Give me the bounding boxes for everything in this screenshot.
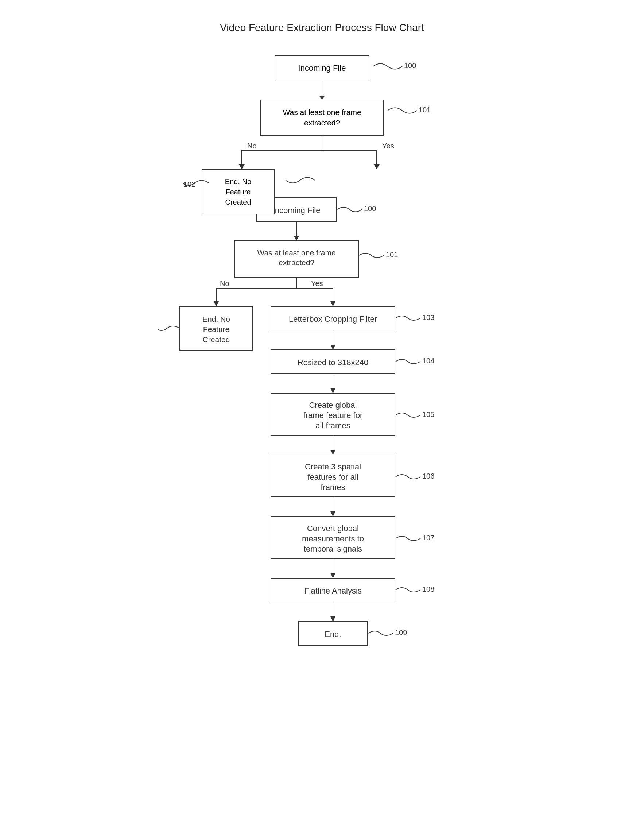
svg-text:107: 107 — [422, 534, 434, 542]
svg-marker-65 — [330, 573, 336, 578]
svg-marker-28 — [330, 301, 336, 306]
svg-text:Letterbox Cropping Filter: Letterbox Cropping Filter — [289, 314, 377, 323]
svg-marker-24 — [214, 301, 219, 306]
svg-marker-16 — [294, 236, 299, 241]
svg-marker-51 — [330, 450, 336, 455]
svg-text:101: 101 — [386, 250, 398, 258]
svg-marker-70 — [330, 616, 336, 622]
svg-marker-58 — [330, 512, 336, 517]
page: Video Feature Extraction Process Flow Ch… — [122, 0, 522, 835]
svg-text:all frames: all frames — [315, 421, 350, 430]
svg-marker-39 — [330, 345, 336, 350]
svg-text:Convert global: Convert global — [307, 524, 359, 533]
flowchart-svg: Incoming File 100 Was at least one frame… — [158, 194, 486, 835]
svg-text:Flatline Analysis: Flatline Analysis — [304, 586, 362, 595]
svg-text:105: 105 — [422, 410, 434, 418]
svg-text:End. No: End. No — [203, 315, 230, 323]
svg-text:Resized to 318x240: Resized to 318x240 — [298, 358, 368, 367]
svg-text:Create global: Create global — [309, 401, 357, 409]
svg-text:features for all: features for all — [307, 473, 358, 481]
svg-text:extracted?: extracted? — [279, 258, 314, 266]
svg-text:109: 109 — [395, 629, 407, 637]
svg-text:104: 104 — [422, 357, 434, 365]
svg-marker-44 — [330, 388, 336, 393]
svg-text:103: 103 — [422, 314, 434, 322]
svg-text:frame feature for: frame feature for — [303, 411, 363, 420]
svg-text:No: No — [220, 279, 229, 288]
svg-text:measurements to: measurements to — [302, 534, 364, 543]
svg-text:Create 3 spatial: Create 3 spatial — [305, 462, 361, 471]
svg-text:Created: Created — [203, 335, 230, 344]
svg-text:temporal signals: temporal signals — [304, 544, 362, 553]
svg-text:Feature: Feature — [203, 325, 229, 333]
svg-text:Was at least one frame: Was at least one frame — [257, 249, 336, 257]
svg-text:106: 106 — [422, 472, 434, 480]
svg-text:frames: frames — [321, 482, 345, 492]
svg-text:Yes: Yes — [311, 279, 323, 288]
svg-text:End.: End. — [324, 630, 341, 639]
svg-text:108: 108 — [422, 585, 434, 593]
